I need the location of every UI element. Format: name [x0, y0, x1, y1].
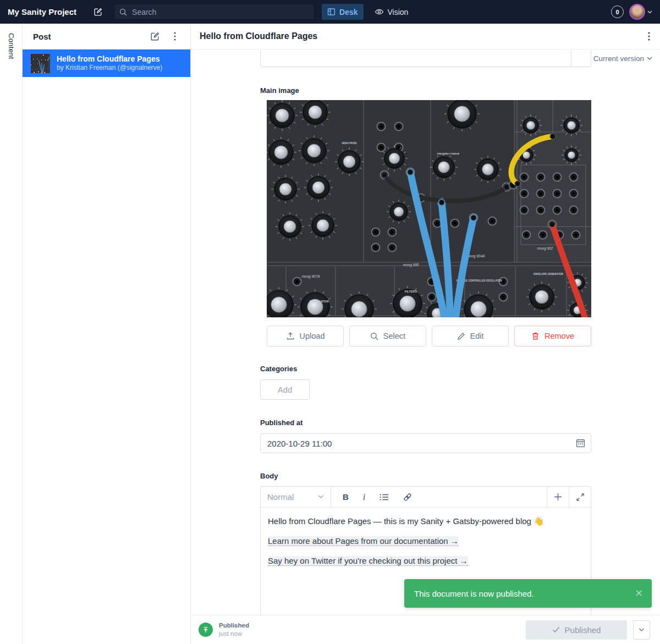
- post-item-subtitle: by Kristian Freeman (@signalnerve): [57, 64, 162, 72]
- compose-icon: [150, 31, 160, 41]
- expand-editor-button[interactable]: [569, 487, 591, 507]
- pencil-icon: [457, 332, 465, 340]
- publish-toast: This document is now published. ✕: [404, 579, 652, 608]
- body-link-twitter[interactable]: Say hey on Twitter if you're checking ou…: [268, 556, 468, 566]
- format-buttons: B i: [331, 487, 412, 507]
- kebab-menu-icon: [174, 32, 176, 41]
- document-title: Hello from Cloudflare Pages: [200, 31, 648, 41]
- publish-button-label: Published: [565, 625, 601, 635]
- main-image[interactable]: HIGH PASSmoog 907Amoog 995moog 904Amoog …: [267, 100, 591, 317]
- chevron-down-icon: [318, 495, 324, 499]
- insert-block-button[interactable]: [547, 487, 569, 507]
- tab-desk-label: Desk: [339, 8, 358, 16]
- project-title: My Sanity Project: [8, 7, 76, 16]
- svg-text:moog 904A: moog 904A: [466, 254, 485, 258]
- expand-icon: [576, 493, 584, 501]
- image-button-row: Upload Select Edit: [267, 326, 591, 346]
- tab-desk[interactable]: Desk: [322, 4, 363, 20]
- remove-button[interactable]: Remove: [514, 326, 591, 346]
- compose-button[interactable]: [91, 5, 105, 19]
- calendar-icon[interactable]: [576, 438, 585, 448]
- tab-vision[interactable]: Vision: [369, 4, 414, 20]
- publish-button[interactable]: Published: [526, 620, 627, 640]
- post-item-text: Hello from Cloudflare Pages by Kristian …: [57, 54, 162, 73]
- body-label: Body: [260, 472, 591, 480]
- published-at-label: Published at: [260, 419, 591, 427]
- tab-content[interactable]: Content: [7, 24, 15, 59]
- svg-text:HIGH PASS: HIGH PASS: [342, 141, 357, 145]
- body-paragraph: Hello from Cloudflare Pages — this is my…: [268, 515, 584, 527]
- post-panel-header: Post: [23, 24, 190, 49]
- publish-status-title: Published: [219, 621, 249, 630]
- avatar-chevron-down-icon[interactable]: [647, 10, 652, 14]
- body-link-documentation[interactable]: Learn more about Pages from our document…: [268, 536, 459, 546]
- svg-text:FREQUENCY RANGE: FREQUENCY RANGE: [437, 152, 460, 155]
- edit-label: Edit: [470, 332, 484, 340]
- version-select[interactable]: Current version: [593, 54, 652, 63]
- bold-button[interactable]: B: [343, 492, 349, 502]
- svg-text:moog 995: moog 995: [403, 263, 419, 267]
- avatar[interactable]: [629, 4, 645, 20]
- post-thumbnail: HIGH PASSmoog 907Amoog 995moog 904Amoog …: [31, 54, 50, 73]
- editor-content[interactable]: Hello from Cloudflare Pages — this is my…: [261, 508, 591, 582]
- bullet-list-button[interactable]: [380, 493, 389, 501]
- svg-text:ENVELOPE GENERATOR: ENVELOPE GENERATOR: [534, 273, 564, 276]
- svg-text:OSCILLATOR: OSCILLATOR: [309, 300, 328, 303]
- add-category-button[interactable]: Add: [260, 379, 310, 400]
- publish-status-icon: [199, 623, 213, 637]
- upload-label: Upload: [300, 332, 325, 340]
- notifications-badge[interactable]: 0: [611, 5, 624, 18]
- svg-text:moog 902: moog 902: [537, 246, 553, 251]
- upload-button[interactable]: Upload: [267, 326, 344, 346]
- post-item-title: Hello from Cloudflare Pages: [57, 54, 162, 64]
- publish-status-text: Published just now: [219, 621, 249, 638]
- edit-button[interactable]: Edit: [432, 326, 509, 346]
- search-icon: [370, 332, 378, 340]
- close-icon[interactable]: ✕: [635, 587, 643, 599]
- main-image-label: Main image: [260, 86, 591, 95]
- published-at-input[interactable]: [260, 433, 591, 453]
- eye-icon: [375, 8, 384, 16]
- document-header: Hello from Cloudflare Pages: [191, 24, 660, 49]
- new-document-button[interactable]: [148, 30, 162, 43]
- kebab-menu-icon: [648, 32, 650, 41]
- categories-label: Categories: [260, 365, 591, 373]
- trash-icon: [531, 332, 540, 340]
- desk-icon: [327, 8, 336, 16]
- published-at-field: [260, 433, 591, 453]
- document-menu-button[interactable]: [648, 32, 650, 41]
- post-list-item-selected[interactable]: HIGH PASSmoog 907Amoog 995moog 904Amoog …: [23, 49, 190, 77]
- select-button[interactable]: Select: [349, 326, 426, 346]
- svg-text:moog 907A: moog 907A: [301, 274, 320, 279]
- document-pane: Hello from Cloudflare Pages Current vers…: [191, 24, 660, 644]
- search-input[interactable]: [131, 7, 298, 17]
- document-form: Current version Main image HIGH PASSmoog…: [191, 50, 660, 615]
- link-button[interactable]: [403, 493, 412, 502]
- chevron-down-icon: [639, 628, 645, 632]
- version-label: Current version: [593, 54, 644, 63]
- publish-menu-button[interactable]: [633, 620, 650, 640]
- toolbar-spacer: [412, 487, 547, 507]
- editor-toolbar: Normal B i: [261, 487, 591, 508]
- plus-icon: [554, 493, 562, 501]
- upload-icon: [286, 332, 295, 340]
- block-style-label: Normal: [267, 492, 294, 502]
- search-icon: [119, 8, 127, 16]
- document-footer: Published just now Published: [191, 615, 660, 644]
- tab-vision-label: Vision: [388, 8, 409, 16]
- remove-label: Remove: [544, 332, 574, 340]
- content-rail: Content: [0, 24, 23, 644]
- post-list-panel: Post HIGH PASSmoog 907Amoog 995moog 904A…: [23, 24, 191, 644]
- block-style-select[interactable]: Normal: [261, 487, 331, 507]
- search-bar[interactable]: [114, 4, 315, 20]
- toast-message: This document is now published.: [414, 589, 635, 598]
- italic-button[interactable]: i: [363, 492, 365, 502]
- chevron-down-icon: [647, 57, 652, 60]
- compose-icon: [94, 7, 103, 16]
- top-navbar: My Sanity Project Desk: [0, 0, 660, 24]
- panel-menu-button[interactable]: [168, 30, 182, 43]
- publish-status-time: just now: [219, 630, 249, 638]
- svg-text:FILTERS: FILTERS: [405, 290, 417, 293]
- panel-title: Post: [33, 32, 148, 41]
- check-icon: [552, 626, 560, 633]
